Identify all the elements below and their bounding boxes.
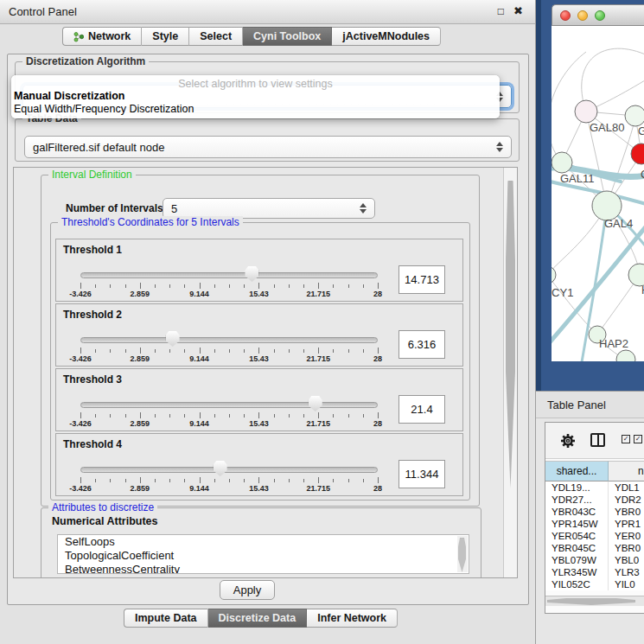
tick-mark	[348, 414, 349, 418]
gear-icon[interactable]	[559, 432, 577, 450]
close-icon[interactable]: ✖	[513, 4, 523, 17]
table-row[interactable]: YPR145WYPR1	[545, 518, 644, 530]
tick-mark	[378, 412, 379, 418]
network-node[interactable]	[631, 143, 644, 164]
column-header-name[interactable]: n	[609, 461, 644, 481]
window-close-icon[interactable]	[560, 10, 571, 21]
slider-thumb[interactable]	[166, 331, 180, 347]
table-panel-title: Table Panel	[547, 399, 606, 411]
tick-mark	[80, 477, 81, 483]
tab-label: Cyni Toolbox	[253, 30, 321, 42]
tab-select[interactable]: Select	[189, 27, 243, 46]
slider-thumb[interactable]	[214, 461, 227, 476]
tab-label: Impute Data	[135, 612, 197, 624]
table-header-row: shared... n	[545, 461, 644, 481]
horizontal-scrollbar[interactable]	[545, 596, 644, 606]
checkbox-icon[interactable]: ✓	[622, 435, 630, 443]
columns-icon[interactable]	[590, 433, 605, 447]
threshold-value-field[interactable]: 11.344	[399, 460, 445, 488]
network-node[interactable]	[575, 100, 597, 123]
attribute-list-item[interactable]: TopologicalCoefficient	[58, 549, 469, 563]
threshold-slider[interactable]	[80, 266, 378, 282]
column-header-shared-name[interactable]: shared...	[545, 461, 609, 481]
table-row[interactable]: YBR043CYBR0	[545, 506, 644, 518]
dropdown-hint-item[interactable]: Select algorithm to view settings	[11, 78, 500, 90]
table-row[interactable]: YDR27...YDR2	[545, 494, 644, 506]
scrollbar-thumb[interactable]	[458, 538, 466, 572]
window-zoom-icon[interactable]	[595, 10, 605, 21]
tick-mark	[318, 477, 319, 483]
tab-impute-data[interactable]: Impute Data	[124, 609, 208, 628]
vertical-scrollbar[interactable]	[503, 168, 517, 577]
float-window-icon[interactable]: □	[498, 5, 504, 17]
threshold-slider[interactable]	[80, 396, 378, 411]
tick-mark	[333, 479, 334, 482]
table-row[interactable]: YDL19...YDL1	[545, 481, 644, 494]
algorithm-dropdown-popup: Select algorithm to view settings Manual…	[11, 75, 500, 118]
dropdown-option-manual[interactable]: Manual Discretization	[14, 90, 125, 102]
table-row[interactable]: YIL052CYIL0	[545, 578, 644, 590]
slider-track[interactable]	[80, 272, 378, 278]
table-rows: YDL19...YDL1YDR27...YDR2YBR043CYBR0YPR14…	[545, 481, 644, 590]
slider-track[interactable]	[80, 467, 378, 473]
tab-style[interactable]: Style	[142, 27, 189, 46]
numerical-attributes-list[interactable]: SelfLoopsTopologicalCoefficientBetweenne…	[57, 534, 469, 574]
scrollbar-thumb[interactable]	[506, 181, 515, 488]
table-data-selected: galFiltered.sif default node	[33, 141, 164, 154]
network-node[interactable]	[592, 191, 622, 220]
tick-mark	[169, 349, 170, 353]
slider-track[interactable]	[80, 402, 378, 408]
attribute-list-item[interactable]: BetweennessCentrality	[58, 563, 469, 574]
threshold-value-field[interactable]: 14.713	[399, 265, 445, 294]
attribute-list-item[interactable]: SelfLoops	[58, 535, 469, 549]
tick-mark	[363, 414, 364, 418]
network-node[interactable]	[616, 350, 635, 361]
tab-discretize-data[interactable]: Discretize Data	[208, 609, 308, 628]
tick-mark	[333, 349, 334, 353]
network-node-label: GAL11	[560, 172, 595, 185]
tab-network[interactable]: Network	[62, 27, 142, 46]
cell-name: YLR3	[609, 566, 644, 578]
network-icon	[73, 31, 84, 42]
cell-shared-name: YBR045C	[545, 542, 609, 554]
scrollbar-thumb[interactable]	[547, 598, 635, 605]
tab-cyni-toolbox[interactable]: Cyni Toolbox	[243, 27, 332, 46]
tick-mark	[229, 349, 230, 353]
tick-label: 9.144	[189, 290, 209, 298]
tab-jactivemnodules[interactable]: jActiveMNodules	[332, 27, 441, 46]
slider-thumb[interactable]	[245, 266, 258, 282]
thresholds-group: Threshold's Coordinates for 5 Intervals …	[50, 222, 470, 501]
threshold-value-field[interactable]: 21.4	[399, 395, 445, 424]
apply-button[interactable]: Apply	[220, 580, 275, 600]
tick-mark	[289, 284, 290, 288]
tick-mark	[244, 284, 245, 288]
table-row[interactable]: YBR045CYBR0	[545, 542, 644, 554]
table-row[interactable]: YER054CYER0	[545, 530, 644, 542]
dropdown-option-equal-width[interactable]: Equal Width/Frequency Discretization	[14, 103, 194, 115]
tick-label: 28	[373, 290, 382, 298]
slider-thumb[interactable]	[309, 396, 322, 411]
network-canvas[interactable]: GAL80G.CGAL11GAL4GCY1HHAP2	[552, 26, 644, 361]
network-window-titlebar	[552, 4, 644, 26]
network-node-label: HAP2	[599, 337, 628, 350]
threshold-slider[interactable]	[80, 461, 378, 476]
network-node[interactable]	[552, 152, 572, 173]
list-scrollbar[interactable]	[457, 536, 468, 572]
window-minimize-icon[interactable]	[577, 10, 588, 21]
threshold-slider[interactable]	[80, 331, 378, 347]
checkbox-icon[interactable]: ✓	[634, 435, 642, 443]
tick-mark	[214, 284, 215, 288]
threshold-value-field[interactable]: 6.316	[399, 330, 445, 359]
tick-mark	[110, 284, 111, 288]
settings-scroll-pane: Interval Definition Number of Intervals …	[13, 167, 518, 578]
tab-label: jActiveMNodules	[342, 30, 430, 42]
tab-infer-network[interactable]: Infer Network	[307, 609, 398, 628]
network-node[interactable]	[552, 266, 556, 284]
table-row[interactable]: YBL079WYBL0	[545, 554, 644, 566]
table-data-combobox[interactable]: galFiltered.sif default node	[24, 136, 512, 158]
tick-mark	[303, 349, 304, 353]
network-node[interactable]	[625, 105, 644, 126]
slider-track[interactable]	[80, 337, 378, 343]
table-row[interactable]: YLR345WYLR3	[545, 566, 644, 578]
tick-mark	[318, 412, 319, 418]
